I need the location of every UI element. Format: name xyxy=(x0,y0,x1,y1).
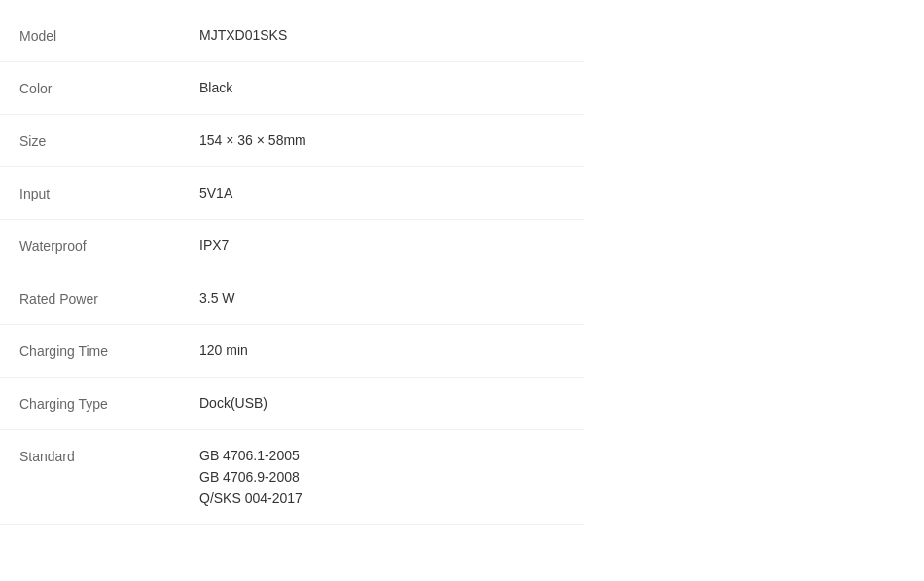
spec-value: 5V1A xyxy=(199,185,564,200)
spec-label: Standard xyxy=(19,448,199,464)
spec-label: Charging Type xyxy=(19,395,199,412)
spec-value-line: GB 4706.1-2005 xyxy=(199,448,564,463)
specs-table: ModelMJTXD01SKSColorBlackSize154 × 36 × … xyxy=(0,0,584,534)
spec-label: Model xyxy=(19,27,199,44)
spec-label: Color xyxy=(19,80,199,96)
spec-value-line: GB 4706.9-2008 xyxy=(199,469,564,485)
spec-label: Input xyxy=(19,185,199,201)
spec-value-line: Q/SKS 004-2017 xyxy=(199,490,564,506)
spec-value: 120 min xyxy=(199,343,564,358)
table-row: Input5V1A xyxy=(0,167,584,220)
spec-value-multi: GB 4706.1-2005GB 4706.9-2008Q/SKS 004-20… xyxy=(199,448,564,506)
table-row: ModelMJTXD01SKS xyxy=(0,10,584,62)
spec-label: Size xyxy=(19,132,199,149)
table-row: StandardGB 4706.1-2005GB 4706.9-2008Q/SK… xyxy=(0,430,584,525)
spec-value: 3.5 W xyxy=(199,290,564,306)
spec-label: Rated Power xyxy=(19,290,199,307)
spec-label: Charging Time xyxy=(19,343,199,359)
spec-value: MJTXD01SKS xyxy=(199,27,564,43)
table-row: ColorBlack xyxy=(0,62,584,115)
table-row: Rated Power3.5 W xyxy=(0,272,584,325)
spec-value: Dock(USB) xyxy=(199,395,564,411)
table-row: Charging Time120 min xyxy=(0,325,584,378)
spec-value: 154 × 36 × 58mm xyxy=(199,132,564,148)
table-row: Charging TypeDock(USB) xyxy=(0,378,584,430)
spec-label: Waterproof xyxy=(19,237,199,254)
spec-value: IPX7 xyxy=(199,237,564,253)
table-row: WaterproofIPX7 xyxy=(0,220,584,272)
table-row: Size154 × 36 × 58mm xyxy=(0,115,584,167)
spec-value: Black xyxy=(199,80,564,95)
